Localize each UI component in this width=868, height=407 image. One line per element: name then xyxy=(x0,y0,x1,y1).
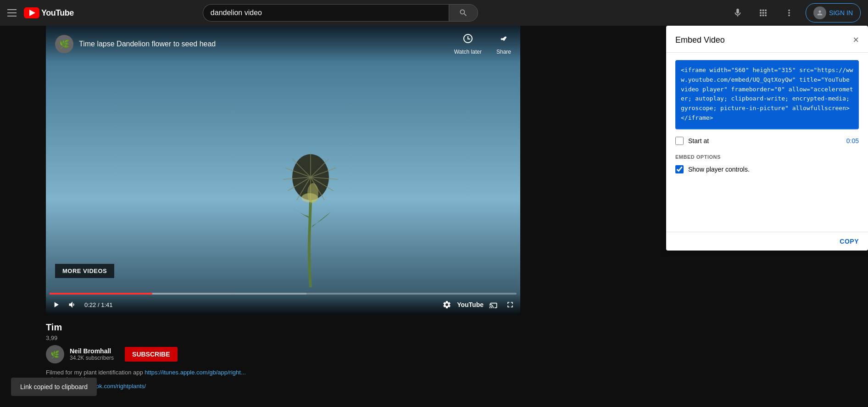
mic-button[interactable] xyxy=(729,4,747,22)
buffer-bar xyxy=(50,293,306,295)
video-title-area: 🌿 Time lapse Dandelion flower to seed he… xyxy=(55,35,216,53)
embed-panel-header: Embed Video × xyxy=(666,26,868,53)
share-button[interactable]: Share xyxy=(496,33,511,55)
play-icon xyxy=(51,300,61,309)
video-title: Time lapse Dandelion flower to seed head xyxy=(79,40,216,48)
channel-avatar: 🌿 xyxy=(46,345,64,363)
settings-button[interactable] xyxy=(440,298,453,311)
search-icon xyxy=(459,8,468,17)
toast-message: Link copied to clipboard xyxy=(20,383,88,390)
embed-panel-footer: COPY xyxy=(666,232,868,251)
page-video-title: Tim xyxy=(46,322,321,333)
view-count: 3,99 xyxy=(46,335,822,341)
youtube-logo-icon xyxy=(24,7,39,18)
avatar-icon xyxy=(816,9,823,17)
video-actions: Watch later Share xyxy=(454,33,511,55)
copy-button[interactable]: COPY xyxy=(840,238,859,245)
fullscreen-button[interactable] xyxy=(504,298,517,311)
embed-options-heading: EMBED OPTIONS xyxy=(675,154,859,160)
dandelion-image xyxy=(242,127,379,287)
embed-panel-title: Embed Video xyxy=(675,35,725,45)
embed-panel: Embed Video × <iframe width="560" height… xyxy=(666,26,868,251)
channel-name: Neil Bromhall xyxy=(70,347,114,355)
start-at-time: 0:05 xyxy=(846,137,859,145)
search-input[interactable] xyxy=(203,4,449,22)
header-left: YouTube xyxy=(7,7,74,18)
apps-button[interactable] xyxy=(754,4,773,22)
progress-bar[interactable] xyxy=(50,293,517,295)
start-at-checkbox[interactable] xyxy=(675,137,684,145)
menu-button[interactable] xyxy=(7,9,17,17)
volume-icon xyxy=(68,300,77,309)
description-link1[interactable]: https://itunes.apple.com/gb/app/right... xyxy=(145,369,245,376)
start-at-label: Start at xyxy=(688,137,842,145)
search-button[interactable] xyxy=(449,4,478,22)
embed-code-box[interactable]: <iframe width="560" height="315" src="ht… xyxy=(675,60,859,129)
channel-row: 🌿 Neil Bromhall 34.2K subscribers SUBSCR… xyxy=(46,345,822,363)
time-display: 0:22 / 1:41 xyxy=(84,301,112,308)
youtube-logo-text: YouTube xyxy=(41,8,74,18)
search-bar xyxy=(203,4,478,22)
video-container: 🌿 Time lapse Dandelion flower to seed he… xyxy=(46,26,520,315)
total-time: 1:41 xyxy=(101,301,112,308)
cast-icon xyxy=(489,300,498,309)
clock-icon xyxy=(462,33,473,44)
subscribe-button[interactable]: SUBSCRIBE xyxy=(125,347,177,362)
start-at-row: Start at 0:05 xyxy=(675,137,859,145)
more-icon xyxy=(784,8,794,18)
video-channel-avatar: 🌿 xyxy=(55,35,73,53)
svg-point-14 xyxy=(307,183,318,203)
sign-in-label: SIGN IN xyxy=(829,9,853,17)
share-label: Share xyxy=(496,49,511,55)
show-controls-label: Show player controls. xyxy=(688,166,750,173)
header-right: SIGN IN xyxy=(729,3,861,22)
controls-row: 0:22 / 1:41 YouTube xyxy=(50,298,517,311)
current-time: 0:22 xyxy=(84,301,96,308)
watch-later-button[interactable]: Watch later xyxy=(454,33,482,55)
embed-panel-body[interactable]: <iframe width="560" height="315" src="ht… xyxy=(666,53,868,232)
more-videos-button[interactable]: MORE VIDEOS xyxy=(55,264,114,278)
channel-info: Neil Bromhall 34.2K subscribers xyxy=(70,347,114,361)
more-button[interactable] xyxy=(780,4,798,22)
subscriber-count: 34.2K subscribers xyxy=(70,355,114,361)
sign-in-button[interactable]: SIGN IN xyxy=(806,3,861,22)
description-text: Filmed for my plant identification app xyxy=(46,369,145,376)
page-content: Tim 3,99 🌿 Neil Bromhall 34.2K subscribe… xyxy=(0,315,868,390)
share-icon xyxy=(498,33,509,47)
sign-in-avatar xyxy=(813,6,826,19)
controls-right: YouTube xyxy=(440,298,517,311)
embed-close-button[interactable]: × xyxy=(853,35,859,45)
yt-watermark: YouTube xyxy=(457,301,484,308)
watch-later-label: Watch later xyxy=(454,49,482,55)
apps-icon xyxy=(758,8,768,18)
play-button[interactable] xyxy=(50,298,62,311)
video-info-bar: 🌿 Time lapse Dandelion flower to seed he… xyxy=(46,26,520,62)
header: YouTube xyxy=(0,0,868,26)
cast-button[interactable] xyxy=(487,298,500,311)
fullscreen-icon xyxy=(506,300,515,309)
video-controls: 0:22 / 1:41 YouTube xyxy=(46,293,520,315)
embed-option-row-1: Show player controls. xyxy=(675,165,859,173)
toast-notification: Link copied to clipboard xyxy=(11,378,97,396)
watch-later-icon xyxy=(462,33,473,47)
volume-button[interactable] xyxy=(66,298,79,311)
settings-icon xyxy=(442,300,451,309)
share-icon-svg xyxy=(498,33,509,44)
video-background xyxy=(46,26,520,315)
mic-icon xyxy=(733,8,743,18)
youtube-logo[interactable]: YouTube xyxy=(24,7,74,18)
show-controls-checkbox[interactable] xyxy=(675,165,684,173)
